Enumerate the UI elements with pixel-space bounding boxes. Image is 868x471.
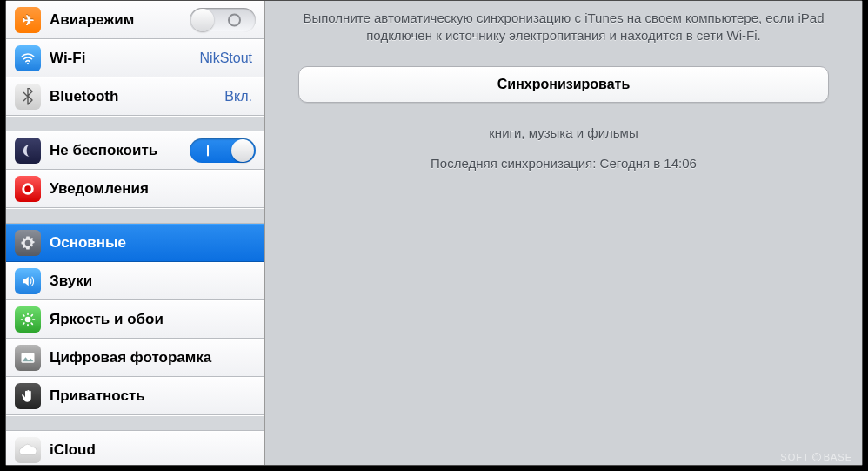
watermark-circle-icon: ◌ bbox=[812, 453, 821, 461]
sidebar-item-sounds[interactable]: Звуки bbox=[6, 262, 264, 300]
sidebar-item-label: Wi-Fi bbox=[50, 50, 200, 67]
moon-icon bbox=[15, 138, 41, 164]
airplane-icon: ✈ bbox=[15, 7, 41, 33]
sidebar-item-label: Уведомления bbox=[50, 180, 256, 198]
sidebar-item-label: Яркость и обои bbox=[50, 311, 256, 328]
bluetooth-status-value: Вкл. bbox=[224, 89, 252, 104]
cloud-icon bbox=[15, 437, 41, 463]
settings-window: ✈ Авиарежим Wi-Fi NikStout Bluetooth Вкл… bbox=[5, 0, 863, 466]
dnd-toggle[interactable] bbox=[190, 138, 256, 163]
sidebar-item-privacy[interactable]: Приватность bbox=[6, 377, 264, 415]
sidebar-item-bluetooth[interactable]: Bluetooth Вкл. bbox=[6, 77, 264, 116]
sidebar-item-general[interactable]: Основные bbox=[6, 224, 264, 262]
sync-button-label: Синхронизировать bbox=[497, 77, 631, 92]
sidebar-item-airplane[interactable]: ✈ Авиарежим bbox=[6, 1, 264, 39]
svg-point-2 bbox=[25, 317, 31, 323]
bluetooth-icon bbox=[15, 84, 41, 110]
watermark-right: BASE bbox=[824, 452, 852, 462]
hand-icon bbox=[15, 383, 41, 409]
sidebar-item-photoframe[interactable]: Цифровая фоторамка bbox=[6, 339, 264, 377]
sidebar-group-divider bbox=[6, 116, 264, 131]
sync-content-types: книги, музыка и фильмы bbox=[489, 125, 638, 140]
sidebar-item-label: Цифровая фоторамка bbox=[50, 349, 256, 367]
watermark: SOFT ◌ BASE bbox=[780, 452, 852, 462]
sidebar-item-wifi[interactable]: Wi-Fi NikStout bbox=[6, 39, 264, 77]
notifications-icon bbox=[15, 176, 41, 202]
sync-button[interactable]: Синхронизировать bbox=[298, 66, 829, 103]
watermark-left: SOFT bbox=[780, 452, 809, 462]
sidebar-item-label: Приватность bbox=[50, 387, 256, 405]
wifi-network-value: NikStout bbox=[200, 50, 252, 66]
toggle-knob bbox=[191, 9, 214, 31]
photo-frame-icon bbox=[15, 345, 41, 371]
brightness-icon bbox=[15, 306, 41, 333]
sidebar-item-label: iCloud bbox=[50, 441, 256, 459]
sidebar-item-label: Bluetooth bbox=[50, 88, 224, 105]
sidebar-item-label: Авиарежим bbox=[50, 11, 190, 29]
last-sync-label: Последняя синхронизация: Сегодня в 14:06 bbox=[431, 156, 697, 171]
wifi-icon bbox=[15, 45, 41, 71]
settings-sidebar: ✈ Авиарежим Wi-Fi NikStout Bluetooth Вкл… bbox=[6, 1, 265, 465]
airplane-toggle[interactable] bbox=[190, 8, 256, 32]
toggle-on-indicator bbox=[207, 145, 209, 157]
sidebar-group-divider bbox=[6, 208, 264, 224]
speaker-icon bbox=[15, 268, 41, 294]
sidebar-item-notifications[interactable]: Уведомления bbox=[6, 170, 264, 208]
sidebar-item-label: Основные bbox=[50, 234, 256, 252]
toggle-off-indicator bbox=[228, 14, 241, 27]
gear-icon bbox=[15, 230, 41, 256]
sidebar-item-label: Звуки bbox=[50, 273, 256, 290]
svg-point-1 bbox=[24, 185, 31, 192]
main-panel: Выполните автоматическую синхронизацию с… bbox=[265, 1, 862, 465]
sidebar-item-icloud[interactable]: iCloud bbox=[6, 431, 264, 465]
sync-description: Выполните автоматическую синхронизацию с… bbox=[294, 10, 833, 45]
toggle-knob bbox=[231, 139, 254, 162]
sidebar-item-brightness[interactable]: Яркость и обои bbox=[6, 300, 264, 339]
sidebar-group-divider bbox=[6, 415, 264, 431]
sidebar-item-dnd[interactable]: Не беспокоить bbox=[6, 131, 264, 170]
sidebar-item-label: Не беспокоить bbox=[50, 142, 190, 159]
